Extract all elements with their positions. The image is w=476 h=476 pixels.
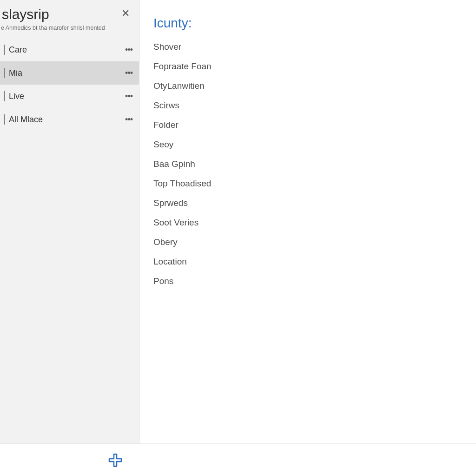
sidebar: slaysrip ✕ e Anmedics bt tha marofer shr…: [0, 0, 139, 443]
list-item[interactable]: Soot Veries: [153, 218, 467, 228]
list-item[interactable]: Top Thoadised: [153, 178, 467, 189]
sidebar-item-live[interactable]: Live •••: [0, 85, 139, 108]
sidebar-item-label: Live: [9, 92, 125, 101]
list-item[interactable]: Scirws: [153, 100, 467, 111]
sidebar-item-mia[interactable]: Mia •••: [0, 61, 139, 85]
main-split: slaysrip ✕ e Anmedics bt tha marofer shr…: [0, 0, 476, 443]
list-item[interactable]: Pons: [153, 276, 467, 286]
list-item[interactable]: OtyLanwitien: [153, 81, 467, 91]
app-root: slaysrip ✕ e Anmedics bt tha marofer shr…: [0, 0, 476, 476]
add-icon[interactable]: [108, 453, 123, 468]
sidebar-item-care[interactable]: Care •••: [0, 38, 139, 61]
list-item[interactable]: Seoy: [153, 139, 467, 150]
item-accent-bar: [4, 45, 5, 55]
more-icon[interactable]: •••: [125, 92, 132, 100]
item-accent-bar: [4, 68, 5, 78]
sidebar-list: Care ••• Mia ••• Live ••• All Mlace •••: [0, 38, 139, 131]
main-list: Shover Fopraate Foan OtyLanwitien Scirws…: [153, 42, 467, 286]
sidebar-item-all-mlace[interactable]: All Mlace •••: [0, 108, 139, 131]
sidebar-item-label: Mia: [9, 68, 125, 78]
sidebar-subtitle: e Anmedics bt tha marofer shrisl mented: [0, 24, 139, 35]
close-icon[interactable]: ✕: [119, 7, 132, 20]
list-item[interactable]: Obery: [153, 237, 467, 247]
more-icon[interactable]: •••: [125, 46, 132, 54]
list-item[interactable]: Shover: [153, 42, 467, 52]
main-heading: Icunty:: [153, 16, 467, 31]
item-accent-bar: [4, 114, 5, 125]
list-item[interactable]: Folder: [153, 120, 467, 130]
sidebar-item-label: All Mlace: [9, 115, 125, 125]
sidebar-title: slaysrip: [2, 7, 49, 22]
sidebar-header: slaysrip ✕: [0, 0, 139, 24]
bottom-bar: [0, 443, 476, 476]
more-icon[interactable]: •••: [125, 115, 132, 124]
list-item[interactable]: Baa Gpinh: [153, 159, 467, 169]
main-panel: Icunty: Shover Fopraate Foan OtyLanwitie…: [139, 0, 476, 443]
list-item[interactable]: Sprweds: [153, 198, 467, 208]
list-item[interactable]: Location: [153, 257, 467, 267]
sidebar-item-label: Care: [9, 45, 125, 55]
list-item[interactable]: Fopraate Foan: [153, 61, 467, 72]
more-icon[interactable]: •••: [125, 69, 132, 77]
item-accent-bar: [4, 91, 5, 101]
